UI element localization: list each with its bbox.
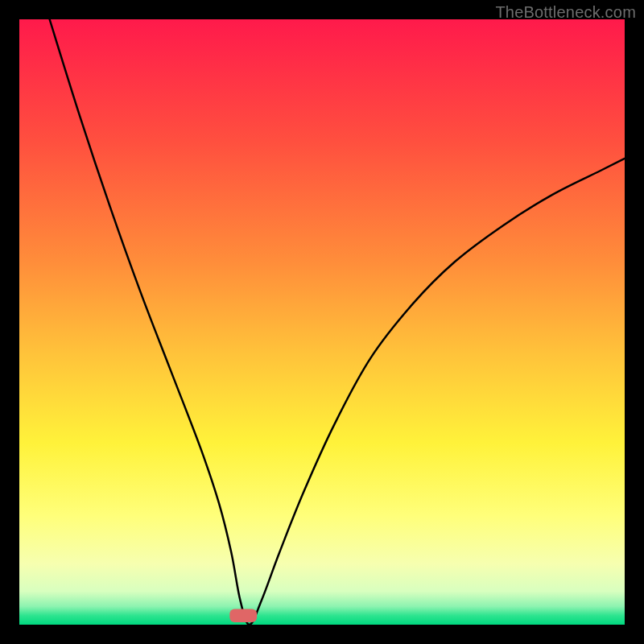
gradient-background <box>19 19 625 625</box>
optimal-marker <box>229 609 257 622</box>
chart-frame <box>19 19 625 625</box>
watermark-text: TheBottleneck.com <box>495 3 636 22</box>
bottleneck-chart <box>19 19 625 625</box>
